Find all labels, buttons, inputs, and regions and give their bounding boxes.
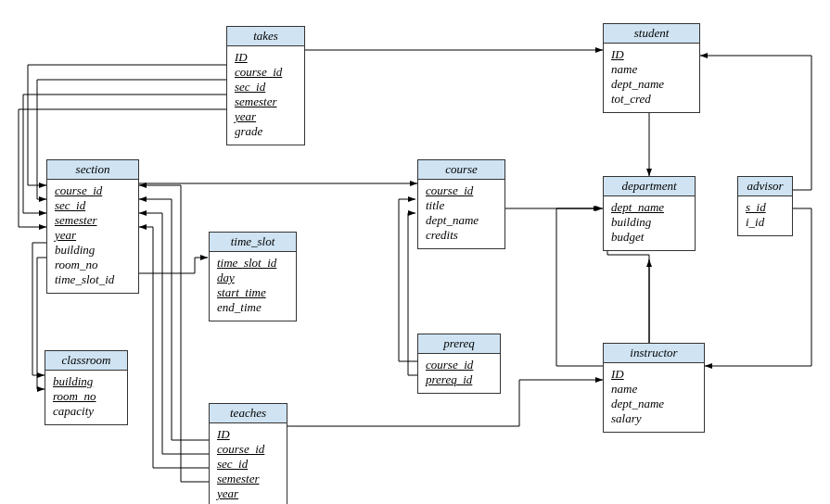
attribute: semester <box>217 472 279 486</box>
entity-body: IDcourse_idsec_idsemesteryear <box>210 423 287 504</box>
entity-body: IDnamedept_namesalary <box>604 363 704 432</box>
attribute: budget <box>611 230 687 245</box>
attribute: time_slot_id <box>55 272 131 287</box>
attribute: dept_name <box>611 397 696 411</box>
entity-section: section course_idsec_idsemesteryearbuild… <box>46 159 139 294</box>
attribute: dept_name <box>611 200 687 215</box>
entity-title: course <box>418 160 504 180</box>
entity-body: time_slot_iddaystart_timeend_time <box>210 252 296 321</box>
entity-body: course_idprereq_id <box>418 354 500 393</box>
attribute: dept_name <box>611 77 692 92</box>
attribute: ID <box>611 47 692 62</box>
attribute: tot_cred <box>611 92 692 107</box>
attribute: course_id <box>217 442 279 457</box>
attribute: course_id <box>426 183 497 198</box>
attribute: year <box>235 109 297 124</box>
attribute: course_id <box>235 65 297 80</box>
entity-body: IDnamedept_nametot_cred <box>604 44 699 112</box>
attribute: time_slot_id <box>217 256 288 271</box>
entity-title: teaches <box>210 404 287 423</box>
attribute: name <box>611 62 692 77</box>
entity-title: advisor <box>738 177 792 196</box>
entity-student: student IDnamedept_nametot_cred <box>603 23 700 113</box>
entity-title: student <box>604 24 699 44</box>
attribute: sec_id <box>217 457 279 472</box>
entity-body: course_idsec_idsemesteryearbuildingroom_… <box>47 180 138 293</box>
attribute: dept_name <box>426 213 497 228</box>
attribute: room_no <box>55 258 131 272</box>
attribute: ID <box>235 50 297 65</box>
entity-department: department dept_namebuildingbudget <box>603 176 696 251</box>
attribute: start_time <box>217 285 288 300</box>
attribute: day <box>217 271 288 285</box>
entity-title: classroom <box>45 351 127 371</box>
attribute: semester <box>235 94 297 109</box>
entity-title: department <box>604 177 695 196</box>
entity-title: instructor <box>604 344 704 363</box>
entity-advisor: advisor s_idi_id <box>737 176 793 236</box>
attribute: building <box>611 215 687 230</box>
attribute: room_no <box>53 389 120 404</box>
entity-body: dept_namebuildingbudget <box>604 196 695 250</box>
attribute: title <box>426 198 497 213</box>
entity-body: buildingroom_nocapacity <box>45 371 127 424</box>
entity-time-slot: time_slot time_slot_iddaystart_timeend_t… <box>209 232 297 321</box>
entity-takes: takes IDcourse_idsec_idsemesteryeargrade <box>226 26 305 145</box>
entity-course: course course_idtitledept_namecredits <box>417 159 505 249</box>
attribute: building <box>53 374 120 389</box>
entity-title: takes <box>227 27 304 46</box>
entity-title: prereq <box>418 334 500 354</box>
attribute: s_id <box>746 200 785 215</box>
attribute: end_time <box>217 300 288 315</box>
entity-body: course_idtitledept_namecredits <box>418 180 504 248</box>
attribute: grade <box>235 124 297 139</box>
attribute: year <box>217 486 279 501</box>
entity-instructor: instructor IDnamedept_namesalary <box>603 343 705 433</box>
attribute: sec_id <box>235 80 297 94</box>
attribute: credits <box>426 228 497 243</box>
attribute: ID <box>611 367 696 382</box>
attribute: prereq_id <box>426 372 492 387</box>
attribute: name <box>611 382 696 397</box>
entity-classroom: classroom buildingroom_nocapacity <box>45 350 128 425</box>
attribute: year <box>55 228 131 243</box>
attribute: i_id <box>746 215 785 230</box>
er-diagram: { "entities": { "takes": { "title": "tak… <box>0 0 830 504</box>
entity-title: time_slot <box>210 233 296 252</box>
attribute: semester <box>55 213 131 228</box>
entity-title: section <box>47 160 138 180</box>
attribute: ID <box>217 427 279 442</box>
attribute: course_id <box>426 358 492 372</box>
entity-body: s_idi_id <box>738 196 792 235</box>
attribute: sec_id <box>55 198 131 213</box>
attribute: course_id <box>55 183 131 198</box>
entity-teaches: teaches IDcourse_idsec_idsemesteryear <box>209 403 287 504</box>
attribute: salary <box>611 411 696 426</box>
entity-body: IDcourse_idsec_idsemesteryeargrade <box>227 46 304 145</box>
attribute: capacity <box>53 404 120 419</box>
attribute: building <box>55 243 131 258</box>
entity-prereq: prereq course_idprereq_id <box>417 334 501 394</box>
